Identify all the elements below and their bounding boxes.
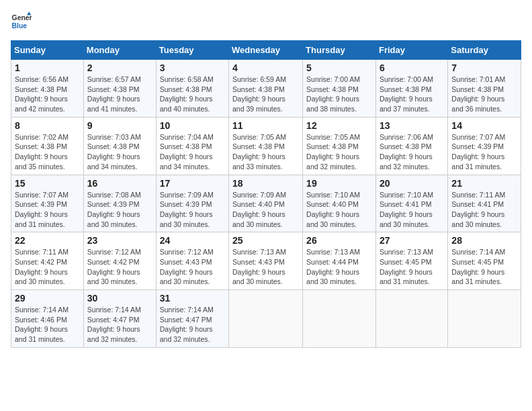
day-detail: Sunrise: 7:11 AMSunset: 4:41 PMDaylight:… — [451, 190, 517, 230]
day-number: 6 — [380, 62, 444, 73]
day-detail: Sunrise: 7:09 AMSunset: 4:39 PMDaylight:… — [160, 190, 225, 230]
day-number: 27 — [380, 235, 444, 246]
day-number: 22 — [15, 235, 80, 246]
day-number: 28 — [451, 235, 517, 246]
table-row — [448, 290, 521, 348]
day-number: 20 — [380, 178, 444, 189]
table-row: 28Sunrise: 7:14 AMSunset: 4:45 PMDayligh… — [448, 232, 521, 290]
day-detail: Sunrise: 7:05 AMSunset: 4:38 PMDaylight:… — [232, 132, 299, 172]
day-detail: Sunrise: 7:02 AMSunset: 4:38 PMDaylight:… — [15, 132, 80, 172]
day-number: 16 — [87, 178, 152, 189]
day-number: 19 — [306, 178, 372, 189]
table-row: 25Sunrise: 7:13 AMSunset: 4:43 PMDayligh… — [229, 232, 303, 290]
table-row: 16Sunrise: 7:08 AMSunset: 4:39 PMDayligh… — [83, 175, 156, 232]
table-row — [303, 290, 376, 348]
table-row: 31Sunrise: 7:14 AMSunset: 4:47 PMDayligh… — [156, 290, 228, 348]
table-row: 18Sunrise: 7:09 AMSunset: 4:40 PMDayligh… — [229, 175, 303, 232]
day-number: 8 — [15, 120, 80, 131]
day-number: 10 — [160, 120, 225, 131]
col-header-tuesday: Tuesday — [156, 41, 228, 60]
table-row: 5Sunrise: 7:00 AMSunset: 4:38 PMDaylight… — [303, 60, 376, 118]
col-header-monday: Monday — [83, 41, 156, 60]
day-number: 23 — [87, 235, 152, 246]
day-number: 30 — [87, 293, 152, 304]
day-detail: Sunrise: 7:12 AMSunset: 4:42 PMDaylight:… — [87, 247, 152, 287]
day-number: 29 — [15, 293, 80, 304]
day-number: 17 — [160, 178, 225, 189]
table-row: 2Sunrise: 6:57 AMSunset: 4:38 PMDaylight… — [83, 60, 156, 118]
day-detail: Sunrise: 7:12 AMSunset: 4:43 PMDaylight:… — [160, 247, 225, 287]
day-detail: Sunrise: 7:14 AMSunset: 4:47 PMDaylight:… — [87, 305, 152, 345]
table-row: 27Sunrise: 7:13 AMSunset: 4:45 PMDayligh… — [375, 232, 447, 290]
table-row: 13Sunrise: 7:06 AMSunset: 4:38 PMDayligh… — [375, 117, 447, 175]
day-detail: Sunrise: 7:13 AMSunset: 4:44 PMDaylight:… — [306, 247, 372, 287]
day-number: 1 — [15, 62, 80, 73]
table-row: 30Sunrise: 7:14 AMSunset: 4:47 PMDayligh… — [83, 290, 156, 348]
col-header-wednesday: Wednesday — [229, 41, 303, 60]
day-detail: Sunrise: 7:01 AMSunset: 4:38 PMDaylight:… — [451, 75, 517, 114]
table-row: 6Sunrise: 7:00 AMSunset: 4:38 PMDaylight… — [375, 60, 447, 118]
day-detail: Sunrise: 7:07 AMSunset: 4:39 PMDaylight:… — [15, 190, 80, 230]
day-detail: Sunrise: 6:59 AMSunset: 4:38 PMDaylight:… — [232, 75, 299, 114]
table-row: 3Sunrise: 6:58 AMSunset: 4:38 PMDaylight… — [156, 60, 228, 118]
day-detail: Sunrise: 7:14 AMSunset: 4:46 PMDaylight:… — [15, 305, 80, 345]
day-detail: Sunrise: 6:56 AMSunset: 4:38 PMDaylight:… — [15, 75, 80, 114]
day-number: 4 — [232, 62, 299, 73]
day-detail: Sunrise: 7:04 AMSunset: 4:38 PMDaylight:… — [160, 132, 225, 172]
day-number: 15 — [15, 178, 80, 189]
day-detail: Sunrise: 7:08 AMSunset: 4:39 PMDaylight:… — [87, 190, 152, 230]
col-header-thursday: Thursday — [303, 41, 376, 60]
day-number: 3 — [160, 62, 225, 73]
day-detail: Sunrise: 7:09 AMSunset: 4:40 PMDaylight:… — [232, 190, 299, 230]
day-number: 12 — [306, 120, 372, 131]
day-number: 31 — [160, 293, 225, 304]
day-detail: Sunrise: 6:58 AMSunset: 4:38 PMDaylight:… — [160, 75, 225, 114]
day-detail: Sunrise: 7:07 AMSunset: 4:39 PMDaylight:… — [451, 132, 517, 172]
day-detail: Sunrise: 7:10 AMSunset: 4:40 PMDaylight:… — [306, 190, 372, 230]
day-number: 13 — [380, 120, 444, 131]
day-detail: Sunrise: 7:11 AMSunset: 4:42 PMDaylight:… — [15, 247, 80, 287]
svg-marker-2 — [27, 12, 31, 15]
day-number: 25 — [232, 235, 299, 246]
table-row: 1Sunrise: 6:56 AMSunset: 4:38 PMDaylight… — [11, 60, 84, 118]
day-detail: Sunrise: 7:06 AMSunset: 4:38 PMDaylight:… — [380, 132, 444, 172]
logo-icon: General Blue — [11, 11, 32, 32]
day-number: 11 — [232, 120, 299, 131]
table-row: 19Sunrise: 7:10 AMSunset: 4:40 PMDayligh… — [303, 175, 376, 232]
table-row: 23Sunrise: 7:12 AMSunset: 4:42 PMDayligh… — [83, 232, 156, 290]
table-row: 9Sunrise: 7:03 AMSunset: 4:38 PMDaylight… — [83, 117, 156, 175]
day-number: 24 — [160, 235, 225, 246]
table-row: 20Sunrise: 7:10 AMSunset: 4:41 PMDayligh… — [375, 175, 447, 232]
table-row: 4Sunrise: 6:59 AMSunset: 4:38 PMDaylight… — [229, 60, 303, 118]
day-number: 14 — [451, 120, 517, 131]
col-header-friday: Friday — [375, 41, 447, 60]
day-number: 5 — [306, 62, 372, 73]
svg-text:Blue: Blue — [12, 22, 28, 30]
table-row: 7Sunrise: 7:01 AMSunset: 4:38 PMDaylight… — [448, 60, 521, 118]
table-row: 11Sunrise: 7:05 AMSunset: 4:38 PMDayligh… — [229, 117, 303, 175]
day-number: 21 — [451, 178, 517, 189]
day-detail: Sunrise: 7:14 AMSunset: 4:45 PMDaylight:… — [451, 247, 517, 287]
day-detail: Sunrise: 6:57 AMSunset: 4:38 PMDaylight:… — [87, 75, 152, 114]
day-detail: Sunrise: 7:03 AMSunset: 4:38 PMDaylight:… — [87, 132, 152, 172]
table-row: 10Sunrise: 7:04 AMSunset: 4:38 PMDayligh… — [156, 117, 228, 175]
table-row — [375, 290, 447, 348]
table-row: 26Sunrise: 7:13 AMSunset: 4:44 PMDayligh… — [303, 232, 376, 290]
table-row: 29Sunrise: 7:14 AMSunset: 4:46 PMDayligh… — [11, 290, 84, 348]
day-detail: Sunrise: 7:05 AMSunset: 4:38 PMDaylight:… — [306, 132, 372, 172]
page-header: General Blue — [11, 11, 521, 32]
day-number: 26 — [306, 235, 372, 246]
day-detail: Sunrise: 7:00 AMSunset: 4:38 PMDaylight:… — [380, 75, 444, 114]
table-row: 15Sunrise: 7:07 AMSunset: 4:39 PMDayligh… — [11, 175, 84, 232]
day-number: 18 — [232, 178, 299, 189]
day-number: 9 — [87, 120, 152, 131]
table-row: 24Sunrise: 7:12 AMSunset: 4:43 PMDayligh… — [156, 232, 228, 290]
table-row: 17Sunrise: 7:09 AMSunset: 4:39 PMDayligh… — [156, 175, 228, 232]
day-number: 2 — [87, 62, 152, 73]
logo: General Blue — [11, 11, 32, 32]
svg-text:General: General — [12, 14, 32, 21]
table-row — [229, 290, 303, 348]
table-row: 14Sunrise: 7:07 AMSunset: 4:39 PMDayligh… — [448, 117, 521, 175]
table-row: 8Sunrise: 7:02 AMSunset: 4:38 PMDaylight… — [11, 117, 84, 175]
day-detail: Sunrise: 7:13 AMSunset: 4:45 PMDaylight:… — [380, 247, 444, 287]
